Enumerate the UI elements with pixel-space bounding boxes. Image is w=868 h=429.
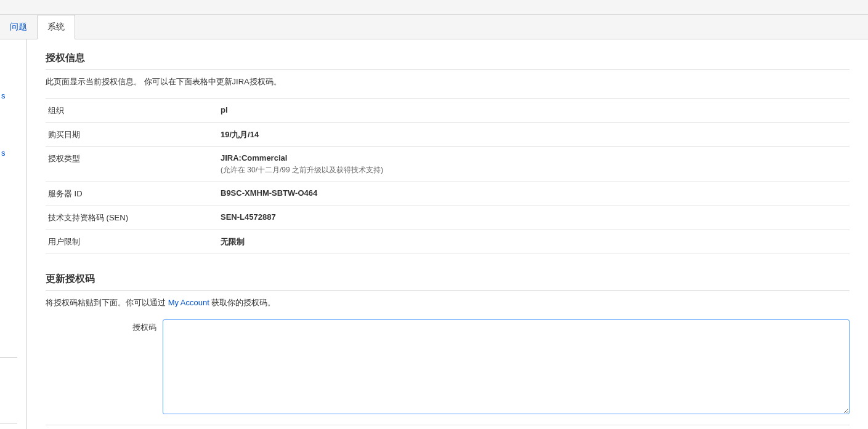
user-limit-value: 无限制	[218, 230, 850, 254]
license-type-note: (允许在 30/十二月/99 之前升级以及获得技术支持)	[221, 165, 847, 175]
desc-suffix: 获取你的授权码。	[209, 298, 276, 307]
sen-value: SEN-L4572887	[218, 206, 850, 230]
form-divider	[46, 425, 850, 425]
license-type-label: 授权类型	[46, 147, 218, 182]
license-type-value: JIRA:Commercial (允许在 30/十二月/99 之前升级以及获得技…	[218, 147, 850, 182]
update-license-heading: 更新授权码	[46, 273, 850, 291]
top-bar	[0, 0, 868, 15]
table-row: 服务器 ID B9SC-XMHM-SBTW-O464	[46, 182, 850, 206]
sidebar-divider	[0, 357, 17, 358]
sidebar-item-2[interactable]: s	[0, 146, 26, 160]
desc-prefix: 将授权码粘贴到下面。你可以通过	[46, 298, 168, 307]
table-row: 用户限制 无限制	[46, 230, 850, 254]
purchase-date-label: 购买日期	[46, 123, 218, 147]
sidebar: s s	[0, 39, 27, 429]
license-key-label: 授权码	[46, 319, 163, 333]
table-row: 组织 pl	[46, 99, 850, 123]
main-content: 授权信息 此页面显示当前授权信息。 你可以在下面表格中更新JIRA授权码。 组织…	[27, 39, 868, 429]
tab-system[interactable]: 系统	[37, 15, 75, 39]
server-id-value: B9SC-XMHM-SBTW-O464	[218, 182, 850, 206]
server-id-label: 服务器 ID	[46, 182, 218, 206]
license-type-text: JIRA:Commercial	[221, 153, 287, 162]
license-info-heading: 授权信息	[46, 52, 850, 70]
my-account-link[interactable]: My Account	[168, 298, 209, 307]
update-license-description: 将授权码粘贴到下面。你可以通过 My Account 获取你的授权码。	[46, 297, 850, 308]
license-key-textarea[interactable]	[163, 319, 850, 414]
sidebar-divider-2	[0, 423, 17, 423]
table-row: 授权类型 JIRA:Commercial (允许在 30/十二月/99 之前升级…	[46, 147, 850, 182]
purchase-date-value: 19/九月/14	[218, 123, 850, 147]
user-limit-label: 用户限制	[46, 230, 218, 254]
table-row: 购买日期 19/九月/14	[46, 123, 850, 147]
sen-label: 技术支持资格码 (SEN)	[46, 206, 218, 230]
table-row: 技术支持资格码 (SEN) SEN-L4572887	[46, 206, 850, 230]
sidebar-item-1[interactable]: s	[0, 89, 26, 103]
tab-issues[interactable]: 问题	[0, 15, 37, 39]
license-info-table: 组织 pl 购买日期 19/九月/14 授权类型 JIRA:Commercial…	[46, 98, 850, 254]
license-key-row: 授权码	[46, 319, 850, 416]
tab-bar: 问题 系统	[0, 15, 868, 39]
org-label: 组织	[46, 99, 218, 123]
org-value: pl	[218, 99, 850, 123]
license-info-description: 此页面显示当前授权信息。 你可以在下面表格中更新JIRA授权码。	[46, 76, 850, 87]
